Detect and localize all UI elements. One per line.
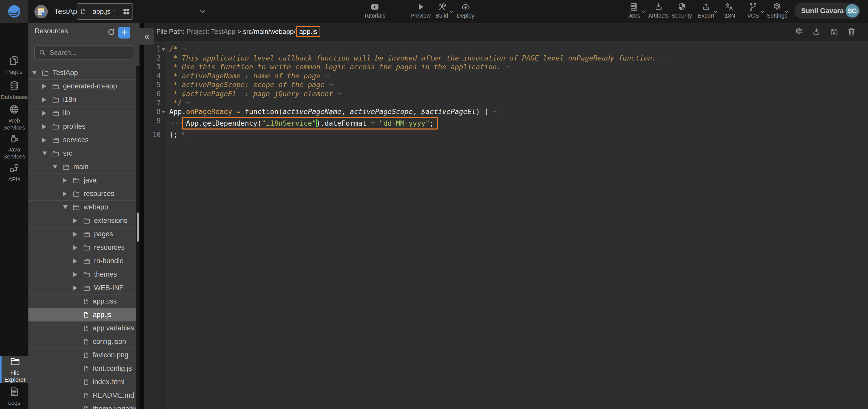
fold-arrow-icon[interactable] bbox=[162, 48, 165, 51]
expand-arrow-icon[interactable] bbox=[42, 111, 46, 116]
tree-item-label: extensions bbox=[94, 217, 127, 225]
sidebar-item-apis[interactable]: APIs bbox=[0, 161, 28, 184]
sidebar-item-label: Logs bbox=[8, 400, 21, 406]
code-line[interactable]: 4 * activePageName : name of the page ¬ bbox=[144, 71, 868, 81]
tree-row[interactable]: generated-rn-app bbox=[28, 79, 140, 93]
code-line[interactable]: 8App.onPageReady = function(activePageNa… bbox=[144, 107, 868, 116]
tree-row[interactable]: java bbox=[28, 173, 140, 187]
collapse-arrow-icon[interactable] bbox=[32, 71, 37, 75]
resources-panel: Resources TestAppgenerated-rn-appi18nlib… bbox=[28, 23, 140, 409]
expand-arrow-icon[interactable] bbox=[42, 138, 46, 142]
expand-arrow-icon[interactable] bbox=[42, 97, 46, 102]
expand-arrow-icon[interactable] bbox=[73, 232, 77, 237]
code-line[interactable]: 2 * This application level callback func… bbox=[144, 54, 868, 63]
user-menu[interactable]: Sunil Gavara SG bbox=[795, 3, 861, 19]
expand-arrow-icon[interactable] bbox=[42, 124, 46, 129]
tree-row[interactable]: lib bbox=[28, 106, 140, 120]
code-line[interactable]: 1/* ¬ bbox=[144, 45, 868, 54]
tree-row[interactable]: resources bbox=[28, 187, 140, 200]
save-file-button[interactable] bbox=[829, 27, 839, 36]
code-line[interactable]: 9 App.getDependency("i18nService").dateF… bbox=[144, 116, 868, 130]
expand-arrow-icon[interactable] bbox=[73, 259, 77, 263]
tree-row[interactable]: index.html bbox=[28, 375, 140, 388]
tree-row[interactable]: README.md bbox=[28, 388, 140, 402]
tree-row[interactable]: webapp bbox=[28, 200, 140, 214]
expand-arrow-icon[interactable] bbox=[63, 178, 67, 183]
folder-icon bbox=[72, 176, 80, 184]
expand-arrow-icon[interactable] bbox=[73, 286, 77, 290]
toolbar-button-tutorials[interactable]: Tutorials bbox=[359, 2, 390, 19]
tree-row[interactable]: i18n bbox=[28, 93, 140, 106]
tree-scrollbar-thumb[interactable] bbox=[137, 212, 139, 242]
code-line[interactable]: 7 */ ¬ bbox=[144, 98, 868, 108]
delete-file-button[interactable] bbox=[847, 27, 856, 36]
fold-arrow-icon[interactable] bbox=[162, 111, 165, 114]
folder-icon bbox=[62, 163, 70, 171]
search-input[interactable] bbox=[50, 49, 130, 57]
toolbar-button-deploy[interactable]: Deploy bbox=[450, 2, 481, 19]
tree-row[interactable]: pages bbox=[28, 227, 140, 241]
web-services-icon bbox=[9, 104, 20, 115]
collapse-arrow-icon[interactable] bbox=[42, 151, 47, 155]
wavemaker-logo[interactable] bbox=[0, 0, 28, 23]
search-box bbox=[34, 46, 134, 59]
tree-row[interactable]: config.json bbox=[28, 335, 140, 348]
open-file-tab[interactable]: app.js * bbox=[77, 3, 133, 20]
tree-row[interactable]: TestApp bbox=[28, 66, 140, 79]
editor-settings-button[interactable] bbox=[794, 27, 803, 36]
expand-arrow-icon[interactable] bbox=[63, 192, 67, 196]
project-avatar-icon[interactable] bbox=[34, 5, 48, 19]
tree-row[interactable]: extensions bbox=[28, 214, 140, 227]
tree-row[interactable]: themes bbox=[28, 268, 140, 281]
tree-item-label: TestApp bbox=[53, 69, 78, 77]
sidebar-item-pages[interactable]: Pages bbox=[0, 53, 28, 78]
sidebar-item-web-services[interactable]: Web Services bbox=[0, 103, 28, 132]
sidebar-item-label: Pages bbox=[6, 68, 22, 75]
tree-row[interactable]: WEB-INF bbox=[28, 281, 140, 294]
tree-item-label: app.css bbox=[93, 297, 117, 305]
sidebar-item-databases[interactable]: Databases bbox=[0, 78, 28, 103]
expand-arrow-icon[interactable] bbox=[42, 84, 46, 89]
tree-row[interactable]: font.config.js bbox=[28, 362, 140, 375]
line-number: 5 bbox=[144, 80, 166, 89]
code-line[interactable]: 6 * $activePageEl : page jQuery element … bbox=[144, 89, 868, 98]
expand-arrow-icon[interactable] bbox=[73, 245, 77, 250]
tree-row[interactable]: app.css bbox=[28, 294, 140, 308]
expand-arrow-icon[interactable] bbox=[73, 272, 77, 277]
tree-row[interactable]: favicon.png bbox=[28, 348, 140, 362]
folder-icon bbox=[83, 217, 91, 225]
tree-row[interactable]: profiles bbox=[28, 120, 140, 133]
file-icon bbox=[83, 392, 89, 400]
file-icon bbox=[83, 405, 89, 409]
code-line[interactable]: 5 * activePageScope: scope of the page ¬ bbox=[144, 80, 868, 89]
chevron-down-icon[interactable] bbox=[197, 8, 208, 15]
download-file-button[interactable] bbox=[812, 27, 821, 36]
toolbar-button-settings[interactable]: Settings bbox=[762, 2, 793, 19]
tree-row[interactable]: resources bbox=[28, 241, 140, 254]
code-line[interactable]: 3 * Use this function to write common lo… bbox=[144, 63, 868, 71]
tree-row[interactable]: app.variables.js bbox=[28, 321, 140, 335]
tree-row[interactable]: services bbox=[28, 133, 140, 147]
refresh-button[interactable] bbox=[107, 28, 116, 37]
expand-arrow-icon[interactable] bbox=[73, 218, 77, 223]
sidebar-item-java-services[interactable]: Java Services bbox=[0, 132, 28, 161]
tree-row[interactable]: app.js bbox=[28, 308, 140, 321]
file-icon bbox=[83, 351, 89, 359]
collapse-panel-button[interactable]: « bbox=[140, 28, 154, 45]
grid-icon[interactable] bbox=[123, 8, 129, 15]
tree-row[interactable]: theme.variables bbox=[28, 402, 140, 409]
sidebar-item-file-explorer[interactable]: File Explorer bbox=[0, 356, 28, 383]
tree-row[interactable]: main bbox=[28, 160, 140, 173]
tree-row[interactable]: src bbox=[28, 147, 140, 160]
collapse-arrow-icon[interactable] bbox=[53, 165, 57, 169]
sidebar-item-logs[interactable]: Logs bbox=[0, 384, 28, 408]
collapse-arrow-icon[interactable] bbox=[63, 205, 68, 209]
path-label: File Path: bbox=[156, 28, 187, 36]
tree-row[interactable]: rn-bundle bbox=[28, 254, 140, 268]
code-line[interactable]: 10}; ¶ bbox=[144, 130, 868, 139]
folder-icon bbox=[83, 230, 91, 238]
code-area[interactable]: 1/* ¬2 * This application level callback… bbox=[144, 41, 868, 139]
add-resource-button[interactable] bbox=[118, 27, 130, 38]
build-icon bbox=[437, 2, 447, 12]
file-icon bbox=[83, 378, 89, 386]
